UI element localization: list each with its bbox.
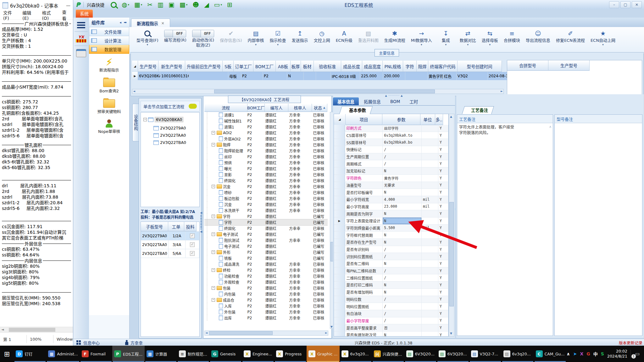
chevron-down-icon[interactable]: ▾ [445,43,447,47]
chevron-down-icon[interactable]: ▾ [221,2,222,8]
ribbon-button-重选开料图[interactable]: ▧重选开料图 [355,29,381,43]
row-selector[interactable] [334,132,345,139]
cell-升级前旧生产型号[interactable] [189,72,228,80]
param-row-油墨型号[interactable]: 油墨型号无要求Y [334,182,448,189]
param-row-是否有二维码[interactable]: 是否有二维码NY [334,260,448,267]
menu-item[interactable]: 格式(O) [42,9,56,21]
param-value[interactable]: 4.000 [383,196,422,203]
monitor-icon[interactable]: ▭▾ [214,2,222,8]
scroll-down-icon[interactable]: ▼ [450,332,452,336]
process-row-水洗烘干[interactable]: 水洗烘干P2谭丽红方幸幸已审核 [204,207,328,213]
column-header-型号创建时间[interactable]: 型号创建时间 [458,61,502,72]
process-row-成品清洗[interactable]: 成品清洗P2谭丽红方幸幸已审核 [204,261,328,267]
tree-node-2V3Q22TAA0[interactable]: 2V3Q22TAA0 [153,133,186,138]
param-value[interactable]: 否 [383,324,422,331]
windows-icon[interactable]: ⊞ [227,2,232,8]
column-header-订单工厂[interactable]: 订单工厂 [234,61,253,72]
close-button[interactable]: ✕ [632,1,642,8]
taskbar-item-6V3Q20...[interactable]: ▤6V3Q20... [404,346,437,362]
cell-字符[interactable]: 黄色字符 [428,72,443,80]
scroll-thumb[interactable] [9,328,55,332]
yx-factory-icon[interactable]: YX [76,35,86,42]
column-header-核审人[interactable]: 核审人 [288,104,312,112]
taskbar-item-V3Q2-7...[interactable]: ▤V3Q2-7... [469,346,502,362]
process-row-内包装[interactable]: 内包装P2谭丽红方幸幸已审核 [204,291,328,297]
param-row-识别码位置图纸[interactable]: 识别码位置图纸/Y [334,253,448,260]
checkbox-checked-icon[interactable]: ✓ [190,233,195,238]
process-row-功能检查[interactable]: 功能检查P2谭丽红方幸幸已审核 [204,273,328,279]
column-header-升级前旧生产型号[interactable]: 升级前旧生产型号 [185,61,223,72]
process-row-字符[interactable]: 字符P2谭丽红已编写 [204,219,328,225]
column-header-工单[interactable]: 工单 [168,222,184,231]
param-row-明码位数[interactable]: 明码位数/Y [334,296,448,303]
param-value[interactable]: / [383,310,422,317]
messenger-icon[interactable]: ➤ [573,351,577,356]
toggle-knob[interactable] [164,30,173,37]
version-update-link[interactable]: 版本更新记录 [619,340,642,346]
param-value[interactable]: 6v3q20bka0.to [383,132,422,139]
param-row-最小字符高度[interactable]: 最小字符高度23.000milY [334,203,448,211]
menu-item[interactable]: 查看 [62,9,70,21]
column-header-新生产型号[interactable]: 新生产型号 [158,61,185,72]
column-header-流程[interactable]: 流程 [204,104,247,112]
row-selector[interactable] [334,332,345,337]
column-header-板厚[interactable]: 板厚 [291,61,301,72]
row-selector[interactable] [334,153,345,160]
sort-asc-icon[interactable]: ▲ [323,106,325,109]
sidebar-section-active[interactable]: 数据管理 [89,45,129,54]
process-row-阻焊[interactable]: −阻焊P2谭丽红方幸幸已审核 [204,142,328,148]
column-header-字符[interactable]: 字符 [403,61,417,72]
taskbar-item-EDS工程...[interactable]: PEDS工程... [112,346,145,362]
scroll-down-icon[interactable]: ▼ [330,325,333,329]
scroll-thumb[interactable] [214,90,435,93]
row-selector[interactable] [334,146,345,153]
column-header-成品宽度[interactable]: 成品宽度 [362,61,383,72]
param-value[interactable]: / [383,296,422,303]
scroll-thumb[interactable] [449,202,454,306]
notepad-hscrollbar[interactable]: ◄ [0,327,73,332]
ribbon-button-启动修改(E)[interactable]: OFF启动修改(E)取消(Z) [189,29,217,48]
param-row-快捷标记[interactable]: 快捷标记/Y [334,146,448,153]
row-selector[interactable] [334,232,345,239]
taskbar-item-6V3Q20...[interactable]: ▤6V3Q20... [437,346,469,362]
cell-S板[interactable]: 母板 [228,72,241,80]
row-selector[interactable] [334,282,345,288]
scroll-up-icon[interactable]: ▲ [450,115,452,119]
column-header-生产型号[interactable]: 生产型号 [138,61,158,72]
param-row-是否有增加明码[interactable]: 是否有增加明码NY [334,289,448,296]
param-row-是否存在生产型号[interactable]: 是否存在生产型号NY [334,239,448,246]
minimize-icon[interactable]: — [66,3,70,8]
column-header-子板型号[interactable]: 子板型号 [141,222,168,231]
search-icon[interactable] [111,2,117,8]
table-icon[interactable]: ▦▾ [134,2,142,8]
ribbon-button-MI数据导入[interactable]: →MI数据导入▾ [408,29,435,47]
select-all-corner[interactable]: ◢ [334,114,346,125]
ribbon-button-选择母板[interactable]: ⇆选择母板▾ [479,29,501,47]
row-selector[interactable] [334,182,345,189]
ribbon-button-数据对比[interactable]: ⇄数据对比▾ [457,29,479,47]
process-row-外包装[interactable]: 外包装P2谭丽红方幸幸已审核 [204,309,328,315]
taskbar-item-Progress[interactable]: XProgress [274,346,307,362]
expander-minus-icon[interactable]: − [212,131,215,134]
row-selector[interactable] [334,189,345,196]
foxmail-tray-icon[interactable]: G [586,351,590,356]
column-header-合拼型号[interactable]: 合拼型号 [507,60,548,71]
param-row-有白油块[interactable]: 有白油块/Y [334,310,448,317]
row-selector[interactable] [334,253,345,260]
ribbon-button-内部审核[interactable]: ▤内部审核▾ [245,29,267,47]
column-header-终端客户代码[interactable]: 终端客户代码 [428,61,458,72]
row-selector[interactable] [334,139,345,146]
ribbon-button-保存信息(S)[interactable]: ✔保存信息(S) [217,29,245,43]
param-row-CS面菲林号[interactable]: CS面菲林号6v3q20bka0.toY [334,132,448,139]
scroll-right-icon[interactable]: ► [501,89,503,93]
param-value[interactable]: N [383,217,422,224]
column-header-项目[interactable]: 项目 [346,114,382,125]
splitter-left[interactable]: ◀◀ [200,211,203,233]
ime-icon[interactable]: 中 [593,351,598,357]
column-header-阻焊[interactable]: 阻焊 [417,61,428,72]
param-value[interactable]: N [383,332,422,337]
subboard-row[interactable]: 2V3Q22TBA05/6A✓ [141,249,199,258]
scissors-icon[interactable]: ✂ [147,2,153,8]
row-selector[interactable] [334,310,345,317]
tab-new-flow-instruction[interactable]: 新流程指示 × [131,19,170,27]
